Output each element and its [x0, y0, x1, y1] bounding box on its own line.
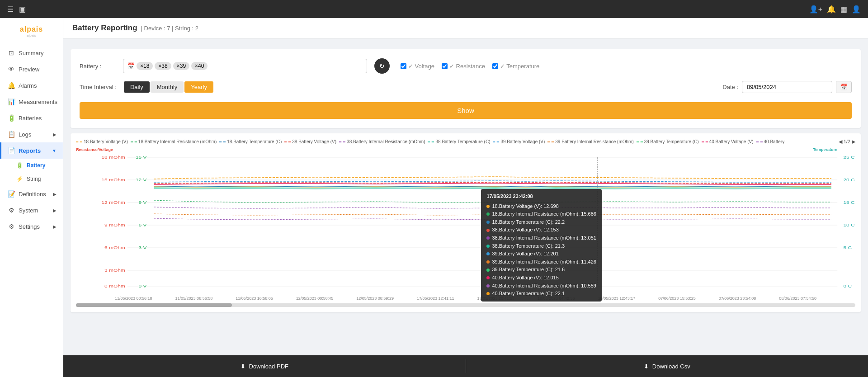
show-button[interactable]: Show	[80, 102, 852, 119]
sidebar-item-measurements[interactable]: 📊 Measurements	[0, 94, 63, 110]
tooltip-row-8: 39.Battery Temperature (C): 21.6	[486, 266, 596, 274]
sidebar-sub-label: Battery	[27, 162, 45, 169]
sidebar-item-label: Measurements	[19, 99, 57, 105]
user-add-icon[interactable]: 👤+	[809, 5, 822, 14]
tooltip-row-4: 38.Battery Internal Resistance (mOhm): 1…	[486, 234, 596, 242]
tag-label: ×18	[140, 63, 149, 69]
sidebar-item-alarms[interactable]: 🔔 Alarms	[0, 77, 63, 94]
tooltip-row-5: 38.Battery Temperature (C): 21.3	[486, 242, 596, 250]
battery-tags-input[interactable]: 📅 ×18 ×38 ×39 ×40	[123, 59, 367, 73]
tag-label: ×40	[195, 63, 204, 69]
sidebar-item-label: System	[19, 207, 38, 214]
calendar-icon[interactable]: 📅	[127, 62, 135, 70]
page-title-bar: Battery Reporting | Device : 7 | String …	[63, 18, 868, 38]
tooltip-label-10: 40.Battery Internal Resistance (mOhm): 1…	[492, 282, 596, 290]
download-csv-button[interactable]: ⬇ Download Csv	[466, 355, 868, 377]
yearly-button[interactable]: Yearly	[184, 81, 213, 93]
temperature-checkbox[interactable]: ✓ Temperature	[492, 63, 539, 70]
sidebar-item-label: Alarms	[19, 82, 37, 89]
tag-38[interactable]: ×38	[155, 62, 171, 70]
battery-sub-icon: 🔋	[16, 162, 23, 169]
tooltip-label-4: 38.Battery Internal Resistance (mOhm): 1…	[492, 234, 596, 242]
square-icon[interactable]: ▣	[19, 5, 26, 14]
sidebar: alpais alpais ⊡ Summary 👁 Preview 🔔 Alar…	[0, 18, 63, 377]
legend-18-voltage-label: 18.Battery Voltage (V)	[84, 139, 128, 144]
string-sub-icon: ⚡	[16, 176, 23, 182]
sidebar-sub-item-battery[interactable]: 🔋 Battery	[0, 159, 63, 172]
chart-scrollbar-track[interactable]	[76, 303, 855, 307]
bell-icon[interactable]: 🔔	[827, 5, 836, 14]
daily-button[interactable]: Daily	[124, 81, 150, 93]
resistance-checkbox[interactable]: ✓ Resistance	[442, 63, 485, 70]
calendar-button[interactable]: 📅	[836, 81, 852, 93]
sidebar-item-reports[interactable]: 📄 Reports ▼	[0, 142, 63, 159]
legend-scroll-right[interactable]: ◀ 1/2 ▶	[839, 139, 855, 145]
sidebar-sub-item-string[interactable]: ⚡ String	[0, 172, 63, 186]
download-pdf-button[interactable]: ⬇ Download PDF	[63, 355, 466, 377]
logo-tagline: alpais	[20, 33, 43, 38]
sidebar-item-label: Reports	[19, 147, 41, 154]
svg-text:9 V: 9 V	[139, 200, 147, 204]
x-label-1: 11/05/2023 08:56:58	[175, 296, 213, 301]
date-input[interactable]	[742, 81, 832, 93]
sidebar-item-definitions[interactable]: 📝 Definitions ▶	[0, 186, 63, 202]
tag-39[interactable]: ×39	[173, 62, 189, 70]
tag-18[interactable]: ×18	[137, 62, 153, 70]
tag-label: ×38	[158, 63, 167, 69]
resistance-check-input[interactable]	[442, 63, 448, 69]
chart-tooltip: 17/05/2023 23:42:08 18.Battery Voltage (…	[481, 189, 602, 302]
temperature-check-input[interactable]	[492, 63, 498, 69]
temperature-label: Temperature	[813, 147, 837, 152]
voltage-checkbox[interactable]: ✓ Voltage	[401, 63, 434, 70]
refresh-button[interactable]: ↻	[374, 58, 390, 74]
chart-scrollbar-thumb[interactable]	[76, 303, 232, 307]
sidebar-item-batteries[interactable]: 🔋 Batteries	[0, 110, 63, 126]
download-csv-icon: ⬇	[644, 363, 649, 370]
grid-icon[interactable]: ▦	[840, 5, 847, 14]
sidebar-sub-label: String	[27, 176, 41, 182]
voltage-check-input[interactable]	[401, 63, 406, 69]
svg-text:15 C: 15 C	[843, 200, 855, 204]
topbar: ☰ ▣ 👤+ 🔔 ▦ 👤	[0, 0, 868, 18]
svg-text:3 V: 3 V	[139, 245, 147, 250]
batteries-icon: 🔋	[8, 114, 15, 122]
sidebar-item-label: Definitions	[19, 191, 46, 198]
topbar-left: ☰ ▣	[7, 5, 26, 14]
axis-labels-row: Resistance/Voltage Temperature	[76, 147, 855, 152]
x-label-8: 18/05/2023 12:43:17	[598, 296, 636, 301]
x-label-2: 11/05/2023 16:58:05	[236, 296, 273, 301]
system-icon: ⚙	[8, 207, 15, 214]
x-label-9: 07/06/2023 15:53:25	[658, 296, 696, 301]
x-label-3: 12/05/2023 00:58:45	[296, 296, 334, 301]
legend-38-voltage: 38.Battery Voltage (V)	[284, 139, 336, 144]
monthly-button[interactable]: Monthly	[151, 81, 184, 93]
hamburger-icon[interactable]: ☰	[7, 5, 14, 14]
tooltip-label-0: 18.Battery Voltage (V): 12.698	[492, 203, 558, 211]
summary-icon: ⊡	[8, 49, 15, 57]
tag-40[interactable]: ×40	[191, 62, 208, 70]
tooltip-row-7: 39.Battery Internal Resistance (mOhm): 1…	[486, 258, 596, 266]
sidebar-item-preview[interactable]: 👁 Preview	[0, 61, 63, 77]
svg-text:0 C: 0 C	[843, 283, 852, 288]
date-field-wrap: Date : 📅	[722, 81, 852, 93]
tooltip-row-2: 18.Battery Temperature (C): 22.2	[486, 218, 596, 226]
svg-text:3 mOhm: 3 mOhm	[104, 268, 125, 272]
legend-40-voltage: 40.Battery Voltage (V)	[702, 139, 754, 144]
svg-text:6 mOhm: 6 mOhm	[104, 245, 125, 250]
legend-18-temp: 18.Battery Temperature (C)	[219, 139, 282, 144]
interval-buttons: Daily Monthly Yearly	[124, 81, 213, 93]
tooltip-label-1: 18.Battery Internal Resistance (mOhm): 1…	[492, 210, 596, 218]
sidebar-item-settings[interactable]: ⚙ Settings ▶	[0, 218, 63, 235]
sidebar-item-summary[interactable]: ⊡ Summary	[0, 45, 63, 61]
svg-text:20 C: 20 C	[843, 177, 855, 182]
sidebar-item-logs[interactable]: 📋 Logs ▶	[0, 126, 63, 142]
svg-text:18 mOhm: 18 mOhm	[101, 155, 125, 159]
sidebar-item-system[interactable]: ⚙ System ▶	[0, 202, 63, 218]
svg-text:12 V: 12 V	[136, 177, 147, 182]
svg-text:0 mOhm: 0 mOhm	[104, 283, 125, 288]
reports-arrow-icon: ▼	[52, 148, 57, 153]
account-icon[interactable]: 👤	[852, 5, 861, 14]
battery-row: Battery : 📅 ×18 ×38 ×39 ×40	[80, 58, 852, 74]
logs-icon: 📋	[8, 131, 15, 138]
controls-card: Battery : 📅 ×18 ×38 ×39 ×40	[71, 49, 861, 128]
